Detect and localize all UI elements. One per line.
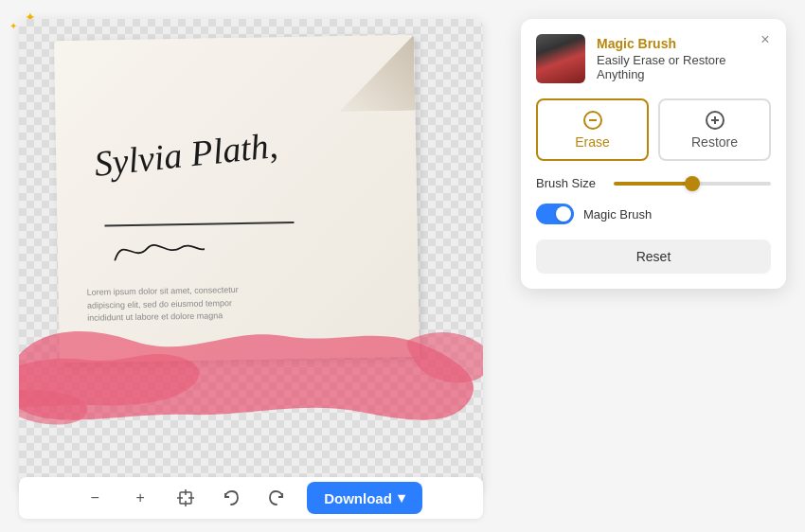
undo-button[interactable] bbox=[216, 483, 246, 513]
magic-brush-toggle[interactable] bbox=[536, 204, 574, 224]
paper-corner bbox=[338, 35, 415, 112]
canvas-inner[interactable]: Sylvia Plath, Lorem ipsum dolor sit amet… bbox=[19, 19, 483, 492]
fit-button[interactable] bbox=[170, 483, 201, 513]
redo-button[interactable] bbox=[261, 483, 292, 513]
sparkle-icon-2: ✦ bbox=[9, 21, 17, 31]
magic-brush-row: Magic Brush bbox=[536, 204, 771, 224]
erase-label: Erase bbox=[575, 134, 610, 150]
canvas-area: Sylvia Plath, Lorem ipsum dolor sit amet… bbox=[19, 19, 483, 492]
download-chevron-icon: ▾ bbox=[398, 489, 405, 506]
panel-thumbnail-image bbox=[536, 34, 585, 83]
brush-size-row: Brush Size bbox=[536, 176, 771, 190]
restore-label: Restore bbox=[691, 134, 738, 150]
download-button[interactable]: Download ▾ bbox=[307, 482, 422, 514]
magic-brush-panel: × Magic Brush Easily Erase or Restore An… bbox=[521, 19, 786, 289]
panel-close-button[interactable]: × bbox=[754, 28, 777, 51]
zoom-out-button[interactable]: − bbox=[80, 483, 110, 513]
panel-header: Magic Brush Easily Erase or Restore Anyt… bbox=[536, 34, 771, 83]
mode-buttons: Erase Restore bbox=[536, 98, 771, 161]
panel-text: Magic Brush Easily Erase or Restore Anyt… bbox=[597, 36, 752, 81]
magic-brush-label: Magic Brush bbox=[583, 207, 652, 222]
bottom-toolbar: − + Download ▾ bbox=[19, 477, 483, 519]
brush-stroke bbox=[19, 303, 483, 435]
signature-line1: Sylvia Plath, bbox=[92, 124, 279, 185]
zoom-in-button[interactable]: + bbox=[125, 483, 155, 513]
toggle-thumb bbox=[556, 206, 571, 222]
brush-size-slider[interactable] bbox=[614, 182, 771, 186]
brush-size-label: Brush Size bbox=[536, 176, 604, 190]
panel-thumbnail bbox=[536, 34, 585, 83]
erase-button[interactable]: Erase bbox=[536, 98, 649, 161]
restore-button[interactable]: Restore bbox=[658, 98, 771, 161]
panel-title: Magic Brush bbox=[597, 36, 752, 51]
signature-line2 bbox=[108, 225, 206, 276]
reset-button[interactable]: Reset bbox=[536, 239, 771, 274]
download-label: Download bbox=[324, 490, 392, 506]
panel-subtitle: Easily Erase or Restore Anything bbox=[597, 53, 752, 81]
